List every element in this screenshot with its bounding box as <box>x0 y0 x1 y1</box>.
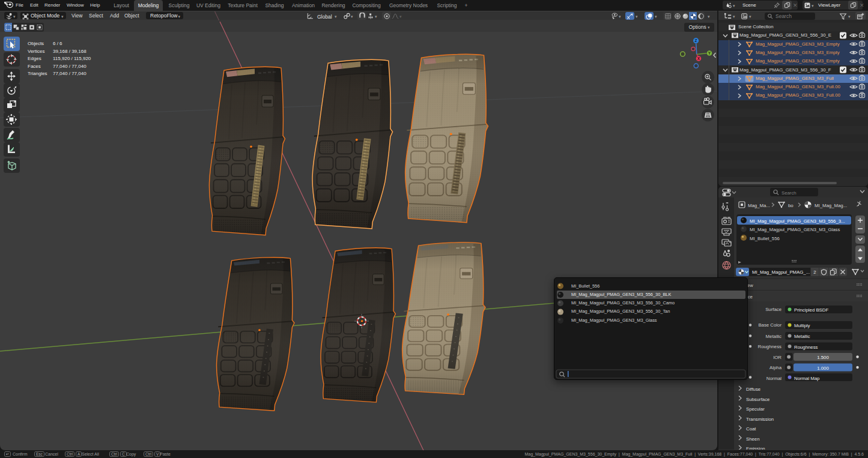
svg-text:Alpha: Alpha <box>769 365 782 370</box>
svg-text:Transmission: Transmission <box>746 417 774 422</box>
svg-text:Sheen: Sheen <box>746 436 760 442</box>
svg-text:Roughness: Roughness <box>794 345 818 350</box>
svg-text:MI_Mag_Magpul_PMAG_GEN3_M3_Gla: MI_Mag_Magpul_PMAG_GEN3_M3_Glass <box>750 227 840 232</box>
svg-text:1.500: 1.500 <box>817 355 829 360</box>
svg-text:MI_Bullet_556: MI_Bullet_556 <box>750 236 780 241</box>
svg-text:Emission: Emission <box>746 446 765 450</box>
svg-text:Y: Y <box>708 51 711 55</box>
svg-text:1.000: 1.000 <box>817 366 829 371</box>
svg-text:X: X <box>697 56 700 61</box>
svg-text:Surface: Surface <box>765 307 782 312</box>
svg-text:MI_Mag_Magpul_PMAG_GEN3_M3_556: MI_Mag_Magpul_PMAG_GEN3_M3_556_3... <box>750 218 845 224</box>
svg-text:2: 2 <box>813 270 816 275</box>
svg-text:Metallic: Metallic <box>794 334 810 339</box>
svg-text:Subsurface: Subsurface <box>746 397 769 402</box>
svg-text:Diffuse: Diffuse <box>746 387 760 392</box>
svg-text:bo: bo <box>788 203 794 208</box>
svg-text:Normal: Normal <box>766 376 782 381</box>
svg-text:Principled BSDF: Principled BSDF <box>794 307 828 313</box>
svg-text:Z: Z <box>695 38 697 43</box>
svg-text:IOR: IOR <box>773 355 782 360</box>
svg-text:MI_Mag_Magpul_PMAG_...: MI_Mag_Magpul_PMAG_... <box>752 270 810 275</box>
svg-text:Roughness: Roughness <box>758 344 782 349</box>
svg-text:Search: Search <box>782 190 797 196</box>
svg-text:MI_Mag_Mag...: MI_Mag_Mag... <box>815 203 847 208</box>
svg-text:Base Color: Base Color <box>758 322 782 328</box>
svg-text:Multiply: Multiply <box>794 323 810 328</box>
svg-text:Mag_Ma...: Mag_Ma... <box>748 203 770 208</box>
svg-text:Specular: Specular <box>746 406 765 412</box>
svg-text:Coat: Coat <box>746 426 756 432</box>
svg-text:Metallic: Metallic <box>766 334 782 339</box>
svg-text:Normal Map: Normal Map <box>794 376 820 381</box>
